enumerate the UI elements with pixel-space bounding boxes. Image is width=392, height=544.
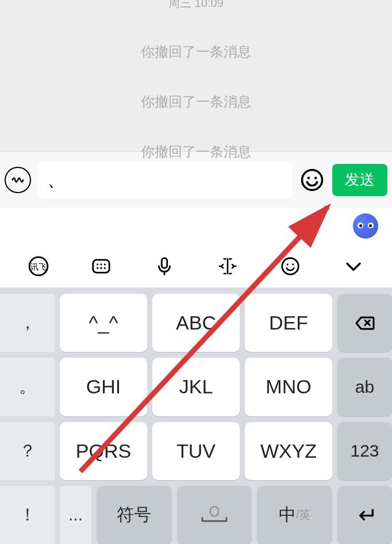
key-wxyz[interactable]: WXYZ — [245, 422, 332, 480]
space-icon — [194, 505, 235, 524]
numeric-key[interactable]: 123 — [337, 422, 392, 480]
collapse-keyboard-button[interactable] — [339, 252, 368, 281]
keyboard: ， ^_^ ABC DEF 。 GHI JKL MNO ab ？ PQRS TU… — [0, 288, 392, 544]
svg-point-11 — [104, 267, 106, 269]
language-key[interactable]: 中/英 — [257, 486, 332, 544]
voice-input-button[interactable] — [5, 167, 31, 193]
key-abc[interactable]: ABC — [152, 294, 240, 352]
keyboard-icon — [90, 255, 112, 277]
key-emoticon[interactable]: ^_^ — [60, 294, 147, 352]
microphone-icon — [153, 255, 175, 277]
smile-small-icon — [279, 255, 301, 277]
chevron-down-icon — [343, 255, 364, 277]
more-punct-key[interactable]: ... — [60, 486, 91, 544]
emoji-button[interactable] — [299, 167, 325, 193]
recall-message: 你撤回了一条消息 — [141, 93, 251, 111]
input-text: 、 — [47, 167, 66, 193]
svg-point-13 — [282, 258, 299, 274]
voice-button[interactable] — [150, 252, 179, 281]
key-jkl[interactable]: JKL — [152, 358, 240, 416]
input-method-icon[interactable] — [353, 213, 378, 239]
svg-point-7 — [101, 263, 102, 265]
svg-point-10 — [101, 267, 102, 269]
cursor-icon — [217, 255, 239, 277]
settings-button[interactable]: 讯飞 — [24, 252, 53, 281]
backspace-icon — [353, 312, 376, 335]
key-mno[interactable]: MNO — [245, 358, 332, 416]
punct-exclaim-key[interactable]: ！ — [0, 486, 55, 544]
symbol-key[interactable]: 符号 — [97, 486, 172, 544]
svg-point-1 — [308, 177, 310, 179]
punct-question-key[interactable]: ？ — [0, 422, 55, 480]
keyboard-switch-button[interactable] — [87, 252, 116, 281]
emoji-toolbar-button[interactable] — [276, 252, 305, 281]
suggestion-bar — [0, 208, 392, 244]
svg-point-15 — [293, 263, 294, 265]
smile-icon — [300, 168, 324, 192]
svg-point-2 — [314, 177, 317, 179]
chat-area: 周三 10:09 你撤回了一条消息 你撤回了一条消息 你撤回了一条消息 — [0, 0, 392, 151]
space-key[interactable] — [177, 486, 252, 544]
svg-point-6 — [97, 263, 99, 265]
svg-rect-16 — [210, 507, 218, 516]
svg-point-8 — [104, 263, 106, 265]
punct-comma-key[interactable]: ， — [0, 294, 55, 352]
recall-message: 你撤回了一条消息 — [141, 43, 251, 61]
message-input[interactable]: 、 — [38, 162, 292, 198]
send-button[interactable]: 发送 — [332, 164, 387, 196]
punct-period-key[interactable]: 。 — [0, 358, 55, 416]
keyboard-toolbar: 讯飞 — [0, 244, 392, 288]
svg-rect-5 — [93, 259, 110, 272]
svg-rect-12 — [162, 258, 167, 267]
key-tuv[interactable]: TUV — [152, 422, 240, 480]
key-pqrs[interactable]: PQRS — [60, 422, 147, 480]
alpha-key[interactable]: ab — [337, 358, 392, 416]
iflytek-icon: 讯飞 — [28, 255, 49, 277]
sound-wave-icon — [10, 172, 26, 188]
backspace-key[interactable] — [337, 294, 392, 352]
svg-point-14 — [287, 263, 289, 265]
svg-point-0 — [302, 170, 322, 190]
enter-key[interactable] — [337, 486, 392, 544]
svg-point-9 — [97, 267, 99, 269]
enter-icon — [353, 503, 376, 526]
key-ghi[interactable]: GHI — [60, 358, 147, 416]
key-def[interactable]: DEF — [245, 294, 332, 352]
recall-message: 你撤回了一条消息 — [141, 143, 251, 161]
chat-timestamp: 周三 10:09 — [168, 0, 224, 11]
cursor-button[interactable] — [213, 252, 242, 281]
send-label: 发送 — [345, 170, 375, 190]
svg-text:讯飞: 讯飞 — [30, 262, 47, 271]
